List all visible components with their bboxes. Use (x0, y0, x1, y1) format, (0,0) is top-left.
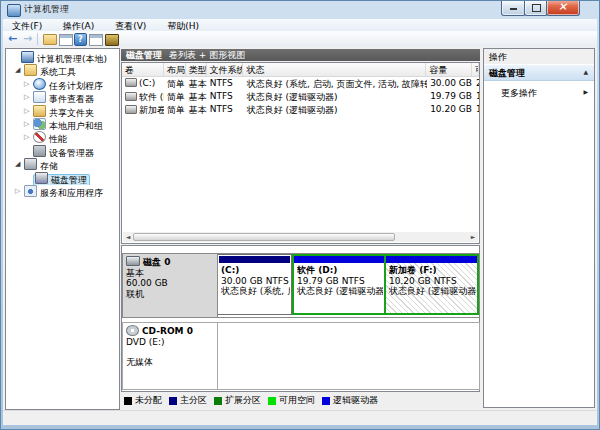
legend-label: 可用空间 (279, 394, 315, 407)
tree-item-label: 存储 (40, 161, 58, 171)
tree-item-shared-folders[interactable]: 共享文件夹 (6, 105, 116, 118)
tree-item-computer-management[interactable]: 计算机管理(本地) (6, 51, 116, 64)
tree-item-storage[interactable]: 存储 (6, 158, 116, 171)
cell-capacity: 10.20 GB (427, 103, 473, 116)
column-capacity[interactable]: 容量 (426, 63, 472, 76)
help-icon[interactable] (74, 33, 87, 46)
disk0-label-box[interactable]: 磁盘 0 基本 60.00 GB 联机 (123, 254, 218, 317)
tree-item-disk-management[interactable]: 磁盘管理 (6, 172, 116, 185)
action-section-label: 磁盘管理 (489, 68, 525, 78)
tree-item-label: 服务和应用程序 (40, 188, 103, 198)
toolbar (3, 31, 597, 48)
volume-list: 卷 布局 类型 文件系统 状态 容量 可 (C:) 简单 基本 NTFS 状态良… (121, 62, 480, 244)
tree-item-label: 共享文件夹 (49, 108, 94, 118)
cell-free: 2 (473, 77, 479, 90)
cell-layout: 简单 (164, 77, 186, 90)
expand-arrow-icon[interactable] (24, 105, 33, 118)
scrollbar-thumb[interactable] (133, 233, 395, 241)
back-icon[interactable] (7, 32, 21, 46)
column-free[interactable]: 可 (472, 63, 479, 76)
pane-view-label: 卷列表 + 图形视图 (169, 49, 245, 61)
legend-logical-drive: 逻辑驱动器 (322, 394, 378, 407)
title-bar[interactable]: 计算机管理 (0, 0, 600, 19)
tree-item-label: 计算机管理(本地) (37, 54, 107, 64)
legend-free-space: 可用空间 (268, 394, 315, 407)
partition-title: (C:) (221, 265, 239, 275)
volume-row-f[interactable]: 新加卷 ... 简单 基本 NTFS 状态良好 (逻辑驱动器) 10.20 GB… (122, 103, 479, 116)
column-layout[interactable]: 布局 (164, 63, 186, 76)
column-volume[interactable]: 卷 (122, 63, 164, 76)
expand-arrow-icon[interactable] (24, 78, 33, 91)
forward-icon[interactable] (22, 32, 36, 46)
menu-bar: 文件(F) 操作(A) 查看(V) 帮助(H) (3, 19, 597, 31)
cell-filesystem: NTFS (207, 77, 244, 90)
collapse-arrow-icon[interactable] (15, 158, 24, 171)
column-status[interactable]: 状态 (243, 63, 426, 76)
column-filesystem[interactable]: 文件系统 (207, 63, 244, 76)
console-tree-toggle-icon[interactable] (43, 34, 57, 45)
pane-title: 磁盘管理 (126, 49, 162, 61)
partition-size: 19.79 GB NTFS (297, 276, 383, 287)
more-actions-item[interactable]: 更多操作 (484, 81, 594, 100)
cell-status: 状态良好 (逻辑驱动器) (244, 90, 427, 103)
tree-item-services-applications[interactable]: 服务和应用程序 (6, 185, 116, 198)
scroll-right-icon[interactable] (468, 232, 478, 242)
partition-size: 30.00 GB NTFS (221, 276, 290, 287)
performance-icon (33, 131, 46, 143)
cdrom-drive: DVD (E:) (126, 337, 217, 348)
disk-size: 60.00 GB (126, 278, 217, 289)
volume-name: 软件 (D:) (139, 92, 164, 102)
selected-tree-item[interactable]: 磁盘管理 (33, 174, 90, 185)
partition-c[interactable]: (C:) 30.00 GB NTFS 状态良好 (系统, 启动, 页面文 (218, 254, 292, 315)
action-pane-toggle-icon[interactable] (89, 34, 103, 46)
computer-icon (21, 51, 34, 63)
partition-f-selected[interactable]: 新加卷 (F:) 10.20 GB NTFS 状态良好 (逻辑驱动器) (386, 256, 477, 313)
expand-arrow-icon[interactable] (24, 118, 33, 131)
action-section-disk-management[interactable]: 磁盘管理 (484, 64, 594, 81)
scrollbar-track[interactable] (395, 232, 468, 242)
tree-item-local-users-groups[interactable]: 本地用户和组 (6, 118, 116, 131)
partition-d[interactable]: 软件 (D:) 19.79 GB NTFS 状态良好 (逻辑驱动器) (294, 256, 386, 313)
disk-type: 基本 (126, 268, 217, 279)
extended-partition: 软件 (D:) 19.79 GB NTFS 状态良好 (逻辑驱动器) 新加卷 (… (292, 254, 479, 315)
disk-management-header-bar: 磁盘管理 卷列表 + 图形视图 (121, 49, 480, 61)
computer-management-window: { "window": { "title": "计算机管理" }, "menu"… (0, 0, 600, 430)
cell-free: 1 (473, 90, 479, 103)
cell-layout: 简单 (164, 103, 186, 116)
system-tools-icon (24, 64, 37, 76)
legend-label: 扩展分区 (225, 394, 261, 407)
tree-item-system-tools[interactable]: 系统工具 (6, 64, 116, 77)
show-hide-pane-icon[interactable] (59, 34, 73, 46)
cdrom-media-status: 无媒体 (126, 357, 217, 368)
cell-filesystem: NTFS (207, 90, 244, 103)
volume-row-d[interactable]: 软件 (D:) 简单 基本 NTFS 状态良好 (逻辑驱动器) 19.79 GB… (122, 90, 479, 103)
volume-list-header: 卷 布局 类型 文件系统 状态 容量 可 (122, 63, 479, 77)
expand-arrow-icon[interactable] (15, 185, 24, 198)
tree-item-label: 磁盘管理 (51, 175, 87, 185)
expand-arrow-icon[interactable] (24, 91, 33, 104)
volume-icon (125, 105, 137, 114)
cd-rom-icon (126, 325, 139, 336)
volume-row-c[interactable]: (C:) 简单 基本 NTFS 状态良好 (系统, 启动, 页面文件, 活动, … (122, 77, 479, 90)
tree-item-label: 事件查看器 (49, 94, 94, 104)
tree-item-performance[interactable]: 性能 (6, 131, 116, 144)
console-icon[interactable] (105, 34, 119, 46)
maximize-icon (532, 4, 541, 12)
cdrom-label-box[interactable]: CD-ROM 0 DVD (E:) 无媒体 (123, 323, 218, 389)
action-pane: 操作 磁盘管理 更多操作 (483, 48, 595, 408)
cell-filesystem: NTFS (207, 103, 244, 116)
tree-item-event-viewer[interactable]: 事件查看器 (6, 91, 116, 104)
tree-item-device-manager[interactable]: 设备管理器 (6, 145, 116, 158)
tree-item-task-scheduler[interactable]: 任务计划程序 (6, 78, 116, 91)
scroll-left-icon[interactable] (123, 232, 133, 242)
tree-item-label: 任务计划程序 (49, 81, 103, 91)
cell-type: 基本 (186, 103, 207, 116)
collapse-arrow-icon[interactable] (15, 64, 24, 77)
column-type[interactable]: 类型 (186, 63, 207, 76)
minimize-button[interactable] (501, 0, 526, 16)
partition-size: 10.20 GB NTFS (389, 276, 476, 287)
horizontal-scrollbar[interactable] (123, 232, 478, 242)
maximize-button[interactable] (524, 0, 548, 16)
close-button[interactable] (546, 0, 580, 16)
expand-arrow-icon[interactable] (24, 131, 33, 144)
